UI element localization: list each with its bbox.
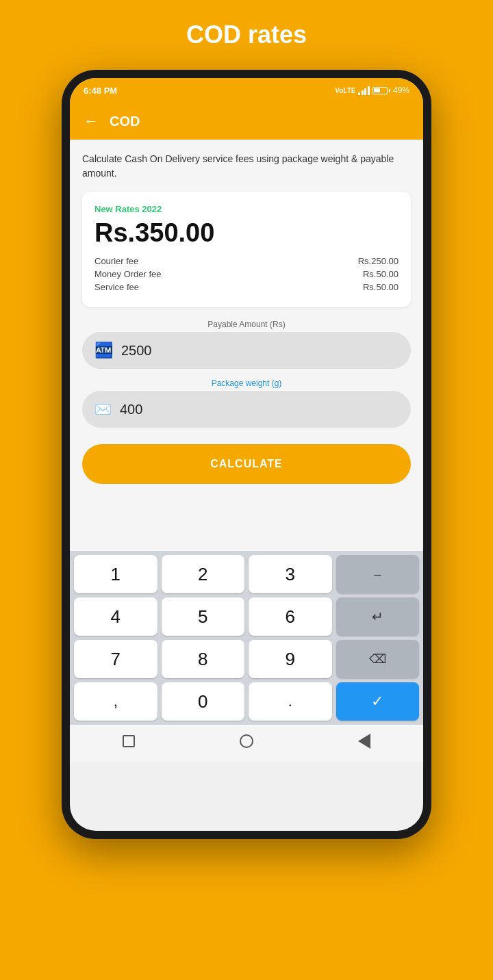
new-rates-label: New Rates 2022 <box>94 204 399 214</box>
courier-fee-value: Rs.250.00 <box>358 256 399 266</box>
service-fee-label: Service fee <box>94 282 139 292</box>
phone-frame: 6:48 PM VoLTE 49% ← <box>62 70 431 839</box>
money-icon: 🏧 <box>94 341 113 359</box>
key-1[interactable]: 1 <box>74 555 157 593</box>
nav-bar <box>70 725 423 762</box>
phone-screen: 6:48 PM VoLTE 49% ← <box>70 78 423 831</box>
key-5[interactable]: 5 <box>162 597 245 636</box>
key-confirm[interactable]: ✓ <box>336 682 420 721</box>
package-weight-value: 400 <box>120 402 142 417</box>
keyboard-row-4: , 0 . ✓ <box>74 682 419 721</box>
status-bar: 6:48 PM VoLTE 49% <box>70 78 423 103</box>
key-0[interactable]: 0 <box>162 682 245 721</box>
key-3[interactable]: 3 <box>249 555 332 593</box>
nav-circle-icon <box>240 734 253 748</box>
rates-card: New Rates 2022 Rs.350.00 Courier fee Rs.… <box>82 192 411 307</box>
app-bar: ← COD <box>70 103 423 140</box>
courier-fee-row: Courier fee Rs.250.00 <box>94 256 399 266</box>
battery-icon <box>372 87 390 94</box>
status-time: 6:48 PM <box>84 86 117 96</box>
page-title: COD rates <box>186 21 307 49</box>
keyboard: 1 2 3 – 4 5 6 ↵ 7 8 9 ⌫ , 0 . ✓ <box>70 551 423 725</box>
nav-home-button[interactable] <box>237 732 256 751</box>
app-bar-title: COD <box>110 114 140 129</box>
nav-triangle-icon <box>358 734 370 749</box>
signal-icon <box>358 86 370 95</box>
money-order-fee-label: Money Order fee <box>94 269 162 279</box>
spacer <box>82 498 411 539</box>
volte-icon: VoLTE <box>335 87 355 94</box>
package-weight-field[interactable]: ✉️ 400 <box>82 391 411 428</box>
key-6[interactable]: 6 <box>249 597 332 636</box>
nav-recents-button[interactable] <box>119 732 138 751</box>
key-8[interactable]: 8 <box>162 640 245 678</box>
key-comma[interactable]: , <box>74 682 157 721</box>
key-backspace[interactable]: ⌫ <box>336 640 420 678</box>
keyboard-row-3: 7 8 9 ⌫ <box>74 640 419 678</box>
money-order-fee-value: Rs.50.00 <box>363 269 399 279</box>
content-area: Calculate Cash On Delivery service fees … <box>70 140 423 551</box>
key-period[interactable]: . <box>249 682 332 721</box>
battery-percent: 49% <box>393 86 409 95</box>
calculate-button[interactable]: CALCULATE <box>82 444 411 484</box>
payable-amount-field[interactable]: 🏧 2500 <box>82 332 411 369</box>
package-weight-label: Package weight (g) <box>82 378 411 388</box>
payable-amount-label: Payable Amount (Rs) <box>82 320 411 329</box>
service-fee-value: Rs.50.00 <box>363 282 399 292</box>
description-text: Calculate Cash On Delivery service fees … <box>82 152 411 181</box>
payable-amount-value: 2500 <box>121 343 152 359</box>
nav-back-button[interactable] <box>355 732 374 751</box>
keyboard-row-1: 1 2 3 – <box>74 555 419 593</box>
courier-fee-label: Courier fee <box>94 256 138 266</box>
nav-square-icon <box>123 735 135 747</box>
package-icon: ✉️ <box>94 401 112 417</box>
total-amount: Rs.350.00 <box>94 218 399 248</box>
package-weight-group: Package weight (g) ✉️ 400 <box>82 378 411 428</box>
key-4[interactable]: 4 <box>74 597 157 636</box>
money-order-fee-row: Money Order fee Rs.50.00 <box>94 269 399 279</box>
status-icons: VoLTE 49% <box>335 86 409 95</box>
key-dash[interactable]: – <box>336 555 420 593</box>
key-return[interactable]: ↵ <box>336 597 420 636</box>
keyboard-row-2: 4 5 6 ↵ <box>74 597 419 636</box>
key-9[interactable]: 9 <box>249 640 332 678</box>
key-7[interactable]: 7 <box>74 640 157 678</box>
back-button[interactable]: ← <box>84 112 99 130</box>
payable-amount-group: Payable Amount (Rs) 🏧 2500 <box>82 320 411 369</box>
key-2[interactable]: 2 <box>162 555 245 593</box>
service-fee-row: Service fee Rs.50.00 <box>94 282 399 292</box>
